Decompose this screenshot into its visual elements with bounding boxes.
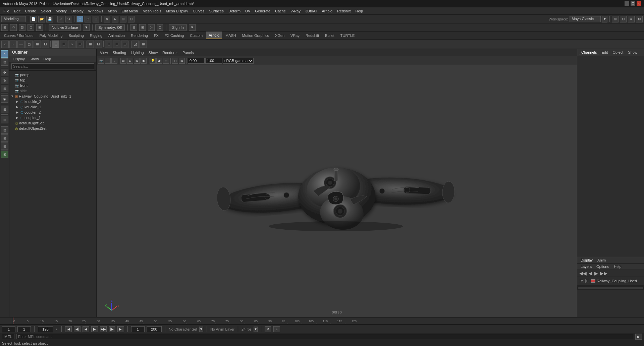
go-end-btn[interactable]: ▶| bbox=[117, 326, 124, 332]
fps-arrow[interactable]: ▼ bbox=[254, 327, 258, 332]
icon-a[interactable]: ⊞ bbox=[612, 16, 619, 22]
viewport-shading-menu[interactable]: Shading bbox=[111, 50, 128, 55]
module-tab-fx[interactable]: FX bbox=[151, 32, 161, 39]
select-tool[interactable]: ↖ bbox=[1, 50, 8, 58]
tree-item-knuckle1[interactable]: ▶ ⬡ knuckle_1 bbox=[9, 104, 96, 110]
module-tab-custom[interactable]: Custom bbox=[187, 32, 205, 39]
mel-label[interactable]: MEL bbox=[2, 334, 14, 339]
menu-item-edit-mesh[interactable]: Edit Mesh bbox=[119, 8, 140, 14]
extrude-btn[interactable]: ⊞ bbox=[87, 41, 94, 48]
save-file-btn[interactable]: 💾 bbox=[46, 16, 53, 22]
viewport-canvas[interactable]: X Y Z persp bbox=[97, 65, 577, 317]
menu-item-help[interactable]: Help bbox=[354, 8, 365, 14]
module-tab-vray[interactable]: VRay bbox=[288, 32, 302, 39]
char-set-arrow[interactable]: ▼ bbox=[199, 327, 203, 332]
range-start-field[interactable] bbox=[131, 326, 145, 332]
display-tab[interactable]: Display bbox=[579, 258, 595, 263]
new-file-btn[interactable]: 📄 bbox=[30, 16, 37, 22]
layers-sub-tab[interactable]: Layers bbox=[579, 264, 594, 269]
quick-layout-3[interactable]: ⊟ bbox=[1, 142, 8, 150]
sign-in-btn[interactable]: Sign In bbox=[169, 24, 186, 31]
sculpt-tool[interactable]: ◉ bbox=[1, 95, 8, 103]
layer-name[interactable]: Railway_Coupling_Used bbox=[597, 279, 637, 283]
module-tab-sculpting[interactable]: Sculpting bbox=[66, 32, 87, 39]
live-arrow[interactable]: ▼ bbox=[83, 24, 90, 31]
workspace-options-btn[interactable]: ▼ bbox=[602, 16, 607, 22]
workspace-select[interactable]: Maya Classic bbox=[570, 16, 601, 22]
vp-camera-btn[interactable]: 📷 bbox=[98, 58, 104, 64]
snap-to-grid-btn[interactable]: ⊞ bbox=[1, 116, 8, 123]
module-tab-arnold[interactable]: Arnold bbox=[206, 32, 222, 39]
rotate-btn[interactable]: ↻ bbox=[112, 16, 118, 22]
tree-item-top[interactable]: 📷 top bbox=[9, 77, 96, 83]
play-btn[interactable]: ▶ bbox=[91, 326, 98, 332]
module-tab-xgen[interactable]: XGen bbox=[272, 32, 287, 39]
move-btn[interactable]: ✥ bbox=[104, 16, 110, 22]
symmetry-off-btn[interactable]: Symmetry: Off bbox=[95, 24, 125, 31]
offset-edge-btn[interactable]: ⊞ bbox=[113, 41, 120, 48]
mel-run-btn[interactable]: ▶ bbox=[635, 334, 642, 340]
vp-gpu-btn[interactable]: ⊞ bbox=[179, 58, 185, 64]
menu-item-select[interactable]: Select bbox=[39, 8, 53, 14]
close-button[interactable]: ✕ bbox=[637, 1, 641, 6]
vp-grid-btn[interactable]: ⊞ bbox=[120, 58, 126, 64]
anim-tab[interactable]: Anim bbox=[595, 258, 608, 263]
show-manip[interactable]: ⊟ bbox=[1, 106, 8, 113]
module-tab-motion-graphics[interactable]: Motion Graphics bbox=[239, 32, 272, 39]
layer-visibility-v[interactable]: V bbox=[580, 279, 584, 283]
menu-item-file[interactable]: File bbox=[1, 8, 11, 14]
obj-mode-btn[interactable]: ○ bbox=[1, 41, 9, 48]
outliner-help[interactable]: Help bbox=[42, 57, 53, 61]
tree-item-persp[interactable]: 📷 persp bbox=[9, 72, 96, 77]
step-back-btn[interactable]: ◀| bbox=[74, 326, 80, 332]
paint-select-btn[interactable]: ⊞ bbox=[93, 16, 99, 22]
quick-layout-1[interactable]: ⊡ bbox=[1, 126, 8, 134]
playblast-btn[interactable]: ⊡ bbox=[157, 24, 163, 31]
module-tab-poly-modeling[interactable]: Poly Modeling bbox=[37, 32, 65, 39]
outliner-display[interactable]: Display bbox=[11, 57, 27, 61]
vp-env-btn[interactable]: ◎ bbox=[163, 58, 169, 64]
viewport-renderer-menu[interactable]: Renderer bbox=[160, 50, 180, 55]
module-tab-curves-/-surfaces[interactable]: Curves / Surfaces bbox=[1, 32, 36, 39]
menu-item-create[interactable]: Create bbox=[23, 8, 38, 14]
viewport-lighting-menu[interactable]: Lighting bbox=[129, 50, 146, 55]
transform-btn[interactable]: ⊟ bbox=[128, 16, 135, 22]
vp-xray-btn[interactable]: ◻ bbox=[172, 58, 178, 64]
show-tab[interactable]: Show bbox=[626, 50, 639, 55]
move-tool[interactable]: ✥ bbox=[1, 69, 8, 76]
select-tool-btn[interactable]: ◻ bbox=[76, 16, 83, 22]
vp-lights-btn[interactable]: 💡 bbox=[150, 58, 156, 64]
minimize-button[interactable]: — bbox=[625, 1, 629, 6]
snap-grid-btn[interactable]: ⊞ bbox=[1, 24, 8, 31]
viewport-view-menu[interactable]: View bbox=[98, 50, 110, 55]
restore-button[interactable]: ❐ bbox=[631, 1, 635, 6]
snap-curve-btn[interactable]: ◠ bbox=[10, 24, 17, 31]
tree-item-dls[interactable]: ◎ defaultLightSet bbox=[9, 120, 96, 126]
poly-plane-btn[interactable]: ⊡ bbox=[52, 41, 59, 48]
back-btn[interactable]: ◀ bbox=[83, 326, 89, 332]
icon-c[interactable]: ≡ bbox=[628, 16, 635, 22]
exposure-field[interactable] bbox=[188, 58, 205, 64]
module-tab-bullet[interactable]: Bullet bbox=[322, 32, 337, 39]
vp-smooth-btn[interactable]: ○ bbox=[111, 58, 117, 64]
icon-b[interactable]: ⊟ bbox=[620, 16, 627, 22]
scale-tool[interactable]: ⊞ bbox=[1, 85, 8, 92]
menu-item-cache[interactable]: Cache bbox=[273, 8, 288, 14]
object-tab[interactable]: Object bbox=[610, 50, 625, 55]
icon-d[interactable]: ⊠ bbox=[636, 16, 643, 22]
fwd-btn[interactable]: ▶▶ bbox=[100, 326, 107, 332]
poly-sphere-btn[interactable]: ○ bbox=[68, 41, 75, 48]
viewport-panels-menu[interactable]: Panels bbox=[180, 50, 196, 55]
module-tab-redshift[interactable]: Redshift bbox=[303, 32, 322, 39]
vp-shadows-btn[interactable]: ◕ bbox=[156, 58, 162, 64]
connect-btn[interactable]: ⊡ bbox=[121, 41, 128, 48]
edit-tab[interactable]: Edit bbox=[599, 50, 610, 55]
tree-item-coupler2[interactable]: ▶ ⬡ coupler_2 bbox=[9, 110, 96, 115]
cache-btn[interactable]: ⊟ bbox=[130, 24, 137, 31]
loop-btn[interactable]: ↺ bbox=[265, 326, 271, 332]
menu-item-modify[interactable]: Modify bbox=[54, 8, 68, 14]
tree-item-coupler1[interactable]: ▶ ⬡ coupler_1 bbox=[9, 115, 96, 120]
tree-item-front[interactable]: 📷 front bbox=[9, 83, 96, 88]
menu-item-v-ray[interactable]: V-Ray bbox=[288, 8, 303, 14]
help-sub-tab[interactable]: Help bbox=[612, 264, 624, 269]
